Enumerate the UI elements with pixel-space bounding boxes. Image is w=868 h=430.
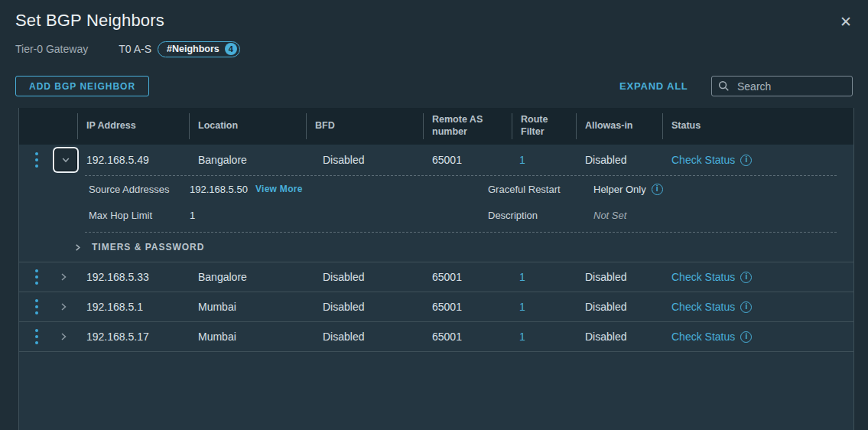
expander-column-header <box>19 108 77 145</box>
column-header-location: Location <box>189 108 306 145</box>
view-more-link[interactable]: View More <box>255 184 303 194</box>
column-header-remote-as-number: Remote AS number <box>423 108 512 145</box>
graceful-restart-value: Helper Only <box>593 184 646 195</box>
max-hop-limit-value: 1 <box>190 210 195 221</box>
timers-password-label: TIMERS & PASSWORD <box>92 242 204 252</box>
check-status-link[interactable]: Check Status <box>671 271 735 283</box>
cell-bfd: Disabled <box>306 145 423 175</box>
info-icon[interactable]: i <box>652 184 663 195</box>
collapse-row-button[interactable] <box>54 148 77 171</box>
expand-all-link[interactable]: EXPAND ALL <box>619 80 688 92</box>
cell-location: Bangalore <box>189 145 306 175</box>
chevron-right-icon <box>73 243 82 252</box>
description-label: Description <box>488 210 593 221</box>
column-header-bfd: BFD <box>306 108 423 145</box>
cell-location: Bangalore <box>189 262 306 292</box>
description-value: Not Set <box>593 210 626 221</box>
column-header-route-filter: Route Filter <box>512 108 576 145</box>
cell-remote-as-number: 65001 <box>423 262 512 292</box>
route-filter-link[interactable]: 1 <box>519 154 525 166</box>
cell-bfd: Disabled <box>306 292 423 321</box>
bgp-neighbors-table: IP Address Location BFD Remote AS number… <box>18 108 854 430</box>
table-row: 192.168.5.1 Mumbai Disabled 65001 1 Disa… <box>19 292 853 322</box>
max-hop-limit-label: Max Hop Limit <box>89 210 190 221</box>
row-menu-icon[interactable] <box>34 149 40 171</box>
column-header-status: Status <box>662 108 853 145</box>
expand-row-button[interactable] <box>59 272 68 282</box>
table-row: 192.168.5.17 Mumbai Disabled 65001 1 Dis… <box>19 322 853 352</box>
cell-remote-as-number: 65001 <box>423 292 512 321</box>
neighbors-count-badge: #Neighbors 4 <box>158 41 240 57</box>
cell-ip-address: 192.168.5.1 <box>77 292 189 321</box>
info-icon[interactable]: i <box>740 272 752 283</box>
source-addresses-value: 192.168.5.50 <box>190 184 248 195</box>
search-input[interactable] <box>736 80 846 93</box>
cell-remote-as-number: 65001 <box>423 145 512 175</box>
cell-bfd: Disabled <box>306 262 423 292</box>
info-icon[interactable]: i <box>740 155 752 166</box>
timers-password-section[interactable]: TIMERS & PASSWORD <box>19 233 853 262</box>
close-icon[interactable]: ✕ <box>835 11 857 33</box>
search-icon <box>718 80 730 92</box>
cell-allowas-in: Disabled <box>576 322 662 351</box>
row-menu-icon[interactable] <box>34 296 40 318</box>
gateway-type-label: Tier-0 Gateway <box>15 43 88 55</box>
page-title: Set BGP Neighbors <box>15 11 164 31</box>
table-header-row: IP Address Location BFD Remote AS number… <box>19 108 853 145</box>
expand-row-button[interactable] <box>59 302 68 311</box>
check-status-link[interactable]: Check Status <box>671 331 735 343</box>
table-empty-area <box>19 352 853 430</box>
expanded-row-details: Source Addresses 192.168.5.50 View More … <box>19 175 853 262</box>
info-icon[interactable]: i <box>740 331 752 343</box>
cell-allowas-in: Disabled <box>576 292 662 321</box>
table-row: 192.168.5.49 Bangalore Disabled 65001 1 … <box>19 145 853 175</box>
column-header-allowas-in: Allowas-in <box>576 108 662 145</box>
cell-bfd: Disabled <box>306 322 423 351</box>
column-header-ip-address: IP Address <box>77 108 189 145</box>
cell-remote-as-number: 65001 <box>423 322 512 351</box>
chevron-right-icon <box>59 302 68 311</box>
cell-location: Mumbai <box>189 292 306 321</box>
cell-allowas-in: Disabled <box>576 145 662 175</box>
check-status-link[interactable]: Check Status <box>671 154 735 166</box>
expand-row-button[interactable] <box>59 332 68 341</box>
chevron-down-icon <box>60 155 71 165</box>
cell-ip-address: 192.168.5.33 <box>77 262 189 292</box>
chevron-right-icon <box>59 272 68 282</box>
cell-allowas-in: Disabled <box>576 262 662 292</box>
route-filter-link[interactable]: 1 <box>519 301 525 313</box>
graceful-restart-label: Graceful Restart <box>488 184 593 195</box>
table-row: 192.168.5.33 Bangalore Disabled 65001 1 … <box>19 262 853 292</box>
gateway-summary: Tier-0 Gateway T0 A-S #Neighbors 4 <box>15 41 240 57</box>
neighbors-badge-label: #Neighbors <box>167 44 219 54</box>
search-box[interactable] <box>711 76 853 96</box>
gateway-name: T0 A-S <box>119 43 151 55</box>
route-filter-link[interactable]: 1 <box>519 331 525 343</box>
add-bgp-neighbor-button[interactable]: ADD BGP NEIGHBOR <box>15 76 149 96</box>
cell-ip-address: 192.168.5.17 <box>77 322 189 351</box>
row-menu-icon[interactable] <box>34 266 40 288</box>
check-status-link[interactable]: Check Status <box>671 301 735 313</box>
row-menu-icon[interactable] <box>34 326 40 347</box>
source-addresses-label: Source Addresses <box>89 184 190 195</box>
cell-location: Mumbai <box>189 322 306 351</box>
chevron-right-icon <box>59 332 68 341</box>
route-filter-link[interactable]: 1 <box>519 271 525 283</box>
cell-ip-address: 192.168.5.49 <box>77 145 189 175</box>
info-icon[interactable]: i <box>740 301 752 313</box>
neighbors-count-value: 4 <box>225 43 237 55</box>
